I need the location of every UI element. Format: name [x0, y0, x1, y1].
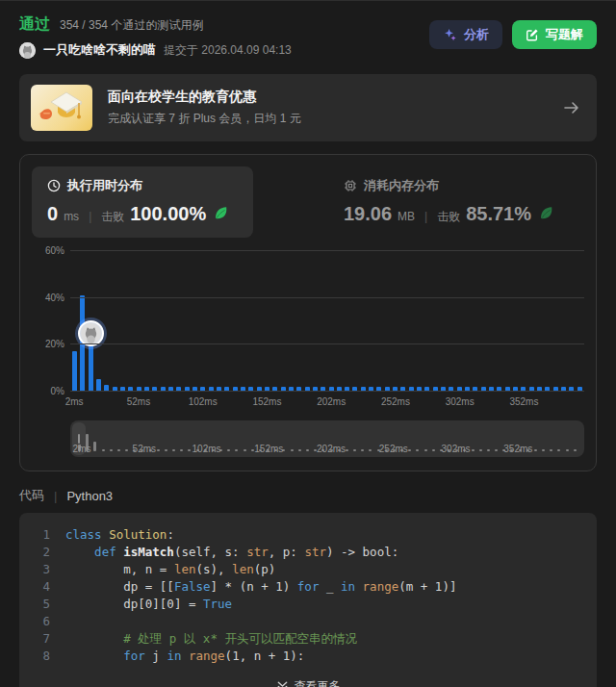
brush-axis-labels: 2ms52ms102ms152ms202ms252ms302ms352ms — [78, 420, 577, 454]
write-solution-button[interactable]: 写题解 — [512, 20, 597, 49]
leaf-icon — [214, 206, 228, 220]
code-block: 1class Solution:2 def isMatch(self, s: s… — [19, 513, 597, 687]
code-line: 7 # 处理 p 以 x* 开头可以匹配空串的情况 — [35, 630, 581, 648]
runtime-distribution-chart: 0%20%40%60% 2ms52ms102ms152ms202ms252ms3… — [32, 251, 584, 413]
memory-title: 消耗内存分布 — [364, 177, 439, 194]
code-language: Python3 — [66, 489, 113, 503]
divider: | — [85, 210, 95, 223]
arrow-right-icon — [562, 100, 581, 115]
code-line: 6 — [35, 613, 581, 630]
code-section-label: 代码 — [19, 487, 44, 504]
code-line: 2 def isMatch(self, s: str, p: str) -> b… — [35, 544, 581, 561]
runtime-title: 执行用时分布 — [67, 177, 142, 194]
x-axis-tick: 2ms — [65, 396, 84, 407]
memory-beats-label: 击败 — [437, 209, 460, 225]
y-axis-tick: 40% — [32, 292, 64, 302]
brush-axis-tick: 202ms — [317, 444, 346, 454]
memory-unit: MB — [398, 210, 415, 223]
line-number: 8 — [35, 648, 50, 665]
analyze-label: 分析 — [464, 26, 489, 43]
y-axis-tick: 60% — [32, 245, 64, 256]
brush-axis-tick: 102ms — [192, 444, 221, 454]
chart-plot-area: 0%20%40%60% — [70, 251, 584, 392]
view-more-button[interactable]: 查看更多 — [35, 673, 581, 687]
chart-bars — [72, 251, 582, 391]
code-line: 1class Solution: — [35, 526, 581, 544]
brush-axis-tick: 352ms — [503, 444, 532, 454]
line-number: 6 — [35, 613, 50, 630]
view-more-label: 查看更多 — [295, 678, 341, 687]
x-axis-tick: 52ms — [127, 396, 150, 407]
line-number: 1 — [35, 526, 50, 544]
distribution-card: 执行用时分布 0 ms | 击败 100.00% 消耗内存分布 — [19, 154, 597, 471]
brush-axis-tick: 2ms — [73, 444, 91, 454]
gridline: 40% — [70, 297, 584, 298]
banner-title: 面向在校学生的教育优惠 — [108, 89, 301, 106]
memory-chip-icon — [344, 179, 357, 192]
x-axis-tick: 352ms — [509, 396, 538, 407]
username[interactable]: 一只吃啥啥不剩的喵 — [43, 41, 156, 59]
x-axis-tick: 302ms — [446, 396, 475, 407]
memory-stat-tab[interactable]: 消耗内存分布 19.06 MB | 击败 85.71% — [328, 166, 569, 238]
gridline: 60% — [70, 250, 584, 251]
divider: | — [54, 489, 57, 503]
avatar-cat-icon — [81, 323, 101, 344]
code-line: 5 dp[0][0] = True — [35, 596, 581, 613]
runtime-beats-label: 击败 — [101, 209, 124, 225]
write-solution-label: 写题解 — [546, 26, 583, 43]
user-avatar — [19, 42, 36, 59]
x-axis-tick: 252ms — [381, 396, 410, 407]
chart-x-axis: 2ms52ms102ms152ms202ms252ms302ms352ms — [70, 392, 584, 409]
memory-beats-value: 85.71% — [466, 203, 531, 225]
runtime-beats-value: 100.00% — [130, 203, 206, 225]
sparkle-icon — [443, 28, 457, 42]
chevron-double-down-icon — [276, 680, 289, 687]
education-promo-banner[interactable]: 面向在校学生的教育优惠 完成认证享 7 折 Plus 会员，日均 1 元 — [19, 74, 597, 141]
code-line: 4 dp = [[False] * (n + 1) for _ in range… — [35, 578, 581, 596]
banner-subtitle: 完成认证享 7 折 Plus 会员，日均 1 元 — [108, 111, 301, 127]
x-axis-tick: 152ms — [252, 396, 281, 407]
avatar-cat-icon — [19, 42, 36, 59]
bar — [72, 351, 77, 391]
analyze-button[interactable]: 分析 — [429, 20, 502, 49]
graduation-cap-icon — [37, 89, 87, 127]
brush-axis-tick: 302ms — [442, 444, 471, 454]
y-axis-tick: 20% — [32, 339, 64, 349]
x-axis-tick: 202ms — [317, 396, 346, 407]
line-number: 3 — [35, 561, 50, 578]
edit-icon — [526, 28, 539, 41]
result-header: 通过 354 / 354 个通过的测试用例 一只吃啥啥不剩的喵 提交于 2026… — [0, 1, 616, 59]
brush-axis-tick: 52ms — [133, 444, 156, 454]
clock-icon — [47, 179, 61, 192]
runtime-value: 0 — [47, 203, 58, 225]
code-line: 3 m, n = len(s), len(p) — [35, 561, 581, 578]
memory-value: 19.06 — [344, 203, 392, 225]
line-number: 7 — [35, 630, 50, 648]
runtime-unit: ms — [64, 210, 79, 223]
bar — [89, 340, 93, 391]
line-number: 2 — [35, 544, 50, 561]
line-number: 4 — [35, 578, 50, 596]
chart-brush-slider[interactable]: 2ms52ms102ms152ms202ms252ms302ms352ms — [70, 420, 584, 457]
gridline: 20% — [70, 344, 584, 344]
user-position-marker — [78, 320, 104, 346]
divider: | — [421, 210, 431, 223]
bar — [96, 379, 101, 391]
code-line: 8 for j in range(1, n + 1): — [35, 648, 581, 665]
line-number: 5 — [35, 596, 50, 613]
y-axis-tick: 0% — [32, 386, 64, 396]
brush-axis-tick: 252ms — [379, 444, 408, 454]
brush-axis-tick: 152ms — [254, 444, 283, 454]
banner-thumbnail — [31, 85, 92, 131]
submitted-time: 提交于 2026.04.09 04:13 — [164, 42, 292, 59]
runtime-stat-tab[interactable]: 执行用时分布 0 ms | 击败 100.00% — [32, 166, 253, 238]
test-cases-text: 354 / 354 个通过的测试用例 — [60, 17, 203, 34]
leaf-icon — [539, 206, 553, 220]
x-axis-tick: 102ms — [189, 396, 218, 407]
status-text: 通过 — [19, 14, 50, 35]
